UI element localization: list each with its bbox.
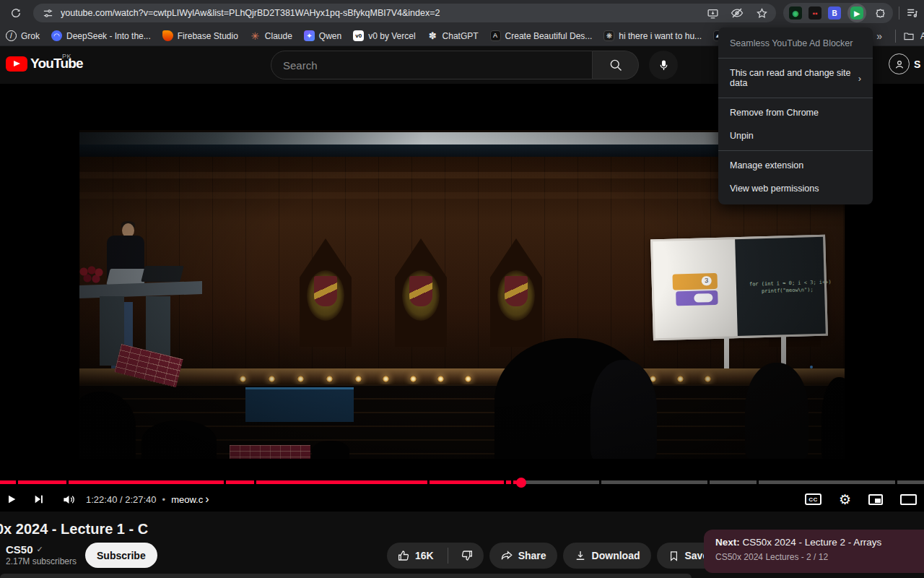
save-page-icon[interactable] bbox=[705, 6, 720, 20]
bookmark-v0[interactable]: v0v0 by Vercel bbox=[347, 28, 421, 44]
bookmark-create-beautiful[interactable]: ACreate Beautiful Des... bbox=[484, 28, 598, 44]
captions-button[interactable]: CC bbox=[805, 493, 821, 505]
volume-button[interactable] bbox=[62, 493, 76, 506]
download-button[interactable]: Download bbox=[563, 543, 651, 569]
bookmark-qwen[interactable]: ✦Qwen bbox=[298, 28, 347, 44]
menu-item-permissions[interactable]: View web permissions bbox=[718, 177, 873, 200]
channel-name[interactable]: CS50 bbox=[6, 543, 33, 556]
download-icon bbox=[574, 549, 587, 562]
bookmark-label: DeepSeek - Into the... bbox=[66, 31, 151, 41]
bookmark-label: ChatGPT bbox=[443, 31, 479, 41]
flower-favicon: ❋ bbox=[603, 30, 614, 41]
search-box[interactable] bbox=[271, 51, 593, 79]
youtube-wordmark: YouTube bbox=[30, 56, 83, 72]
bookmark-label: Qwen bbox=[319, 31, 341, 41]
grok-favicon: / bbox=[6, 30, 17, 41]
time-display: 1:22:40 / 2:27:40 bbox=[86, 494, 157, 505]
player-controls: 1:22:40 / 2:27:40 • meow.c › CC ⚙ bbox=[0, 487, 924, 512]
claude-favicon: ✳ bbox=[250, 30, 261, 41]
next-button[interactable] bbox=[33, 493, 45, 505]
sign-in-label: S bbox=[914, 59, 924, 70]
playlist-position: CS50x 2024 Lectures - 2 / 12 bbox=[715, 552, 924, 562]
theater-mode-button[interactable] bbox=[900, 494, 917, 505]
search-button[interactable] bbox=[593, 51, 639, 79]
progress-bar[interactable] bbox=[0, 479, 924, 486]
dislike-button[interactable] bbox=[453, 549, 484, 562]
subscribe-button[interactable]: Subscribe bbox=[85, 543, 157, 568]
bookmark-label: Grok bbox=[21, 31, 40, 41]
playlist-next-panel[interactable]: Next: CS50x 2024 - Lecture 2 - Arrays CS… bbox=[704, 530, 924, 573]
bookmark-chatgpt[interactable]: ✽ChatGPT bbox=[422, 28, 484, 44]
url-text[interactable]: youtube.com/watch?v=cwtpLIWylAw&list=PLh… bbox=[61, 8, 699, 18]
deepseek-favicon: ◠ bbox=[51, 30, 62, 41]
eye-off-icon[interactable] bbox=[730, 6, 744, 20]
toolbar-separator bbox=[899, 7, 899, 20]
firebase-favicon bbox=[162, 30, 173, 41]
thumb-down-icon bbox=[461, 549, 474, 562]
scrubber[interactable] bbox=[516, 478, 526, 488]
b-extension-icon[interactable]: B bbox=[828, 7, 841, 20]
bookmark-claude[interactable]: ✳Claude bbox=[244, 28, 298, 44]
chapter-chevron-icon[interactable]: › bbox=[205, 493, 209, 506]
bookmark-label: Claude bbox=[265, 31, 292, 41]
chatgpt-favicon: ✽ bbox=[427, 30, 438, 41]
video-title: 0x 2024 - Lecture 1 - C bbox=[0, 521, 148, 538]
sign-in-button[interactable]: S bbox=[889, 53, 924, 74]
share-button[interactable]: Share bbox=[489, 543, 557, 569]
share-icon bbox=[500, 549, 513, 562]
bookmark-label: v0 by Vercel bbox=[368, 31, 415, 41]
bookmark-label: Create Beautiful Des... bbox=[505, 31, 593, 41]
a-favicon: A bbox=[490, 30, 501, 41]
url-bar[interactable]: youtube.com/watch?v=cwtpLIWylAw&list=PLh… bbox=[33, 4, 776, 22]
browser-toolbar: youtube.com/watch?v=cwtpLIWylAw&list=PLh… bbox=[0, 0, 924, 26]
adblock-extension-icon[interactable]: ◉ bbox=[789, 7, 802, 20]
bookmark-star-icon[interactable] bbox=[754, 6, 769, 20]
next-prefix: Next: bbox=[715, 537, 740, 548]
voice-search-button[interactable] bbox=[649, 51, 678, 79]
search-icon bbox=[609, 58, 623, 72]
timer-extension-icon[interactable]: ▪▪ bbox=[808, 7, 821, 20]
play-button[interactable] bbox=[6, 493, 17, 505]
menu-item-remove[interactable]: Remove from Chrome bbox=[718, 101, 873, 124]
mic-icon bbox=[658, 59, 670, 72]
youtube-play-badge-icon bbox=[6, 56, 27, 72]
extension-context-menu: Seamless YouTube Ad Blocker This can rea… bbox=[718, 27, 873, 204]
subscriber-count: 2.17M subscribers bbox=[6, 556, 77, 566]
youtube-adblocker-extension-icon[interactable]: ▶ bbox=[850, 7, 863, 20]
chapter-gap bbox=[16, 480, 18, 484]
extensions-group: ◉ ▪▪ B ▶ bbox=[783, 3, 893, 23]
settings-gear-icon[interactable]: ⚙ bbox=[839, 491, 851, 508]
menu-item-unpin[interactable]: Unpin bbox=[718, 124, 873, 147]
search-input[interactable] bbox=[283, 59, 557, 72]
chapter-title[interactable]: meow.c bbox=[171, 494, 203, 505]
folder-icon[interactable] bbox=[902, 29, 916, 43]
thumb-up-icon bbox=[397, 549, 410, 562]
bookmark-icon bbox=[668, 550, 680, 562]
bookmark-firebase-studio[interactable]: Firebase Studio bbox=[157, 28, 244, 44]
bookmark-label: Firebase Studio bbox=[178, 31, 238, 41]
site-settings-icon[interactable] bbox=[40, 6, 55, 20]
like-button[interactable]: 16K bbox=[387, 549, 443, 562]
bookmark-grok[interactable]: /Grok bbox=[0, 28, 45, 44]
v0-favicon: v0 bbox=[353, 30, 364, 41]
reload-icon[interactable] bbox=[9, 6, 23, 20]
bookmark-deepseek[interactable]: ◠DeepSeek - Into the... bbox=[45, 28, 157, 44]
youtube-logo[interactable]: YouTube PK bbox=[6, 56, 83, 72]
extensions-puzzle-icon[interactable] bbox=[873, 6, 887, 20]
menu-item-site-data[interactable]: This can read and change site data › bbox=[718, 61, 873, 95]
bookmarks-separator bbox=[895, 30, 896, 43]
submenu-chevron-icon: › bbox=[858, 73, 861, 84]
tab-media-list-icon[interactable] bbox=[905, 6, 920, 20]
menu-item-manage[interactable]: Manage extension bbox=[718, 154, 873, 177]
like-dislike-pill: 16K bbox=[387, 543, 484, 569]
miniplayer-button[interactable] bbox=[868, 494, 883, 505]
region-code: PK bbox=[62, 53, 71, 60]
next-video-title: CS50x 2024 - Lecture 2 - Arrays bbox=[743, 537, 882, 548]
active-extension-highlight: ▶ bbox=[847, 4, 866, 22]
watch-info-section: 0x 2024 - Lecture 1 - C CS50 ✓ 2.17M sub… bbox=[0, 512, 924, 578]
person-icon bbox=[889, 53, 910, 74]
like-count: 16K bbox=[415, 550, 434, 561]
description-box-edge[interactable] bbox=[0, 574, 692, 578]
bookmark-hi-there[interactable]: ❋hi there i want to hu... bbox=[598, 28, 707, 44]
other-bookmarks-label[interactable]: A bbox=[920, 31, 924, 41]
